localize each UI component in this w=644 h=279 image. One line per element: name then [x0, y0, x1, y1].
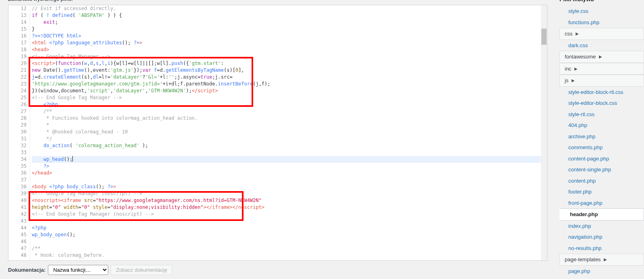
file-item[interactable]: functions.php: [559, 17, 644, 28]
code-line[interactable]: */: [32, 135, 541, 142]
file-item[interactable]: comments.php: [559, 142, 644, 153]
code-line[interactable]: if ( ! defined( 'ABSPATH' ) ) {: [32, 12, 541, 19]
line-number: 37: [8, 177, 30, 183]
code-line[interactable]: ?><!DOCTYPE html>: [32, 33, 541, 40]
line-number: 21: [8, 67, 30, 74]
line-number: 26: [8, 101, 30, 108]
file-item[interactable]: style-editor-block-rtl.css: [559, 87, 644, 98]
code-area[interactable]: // Exit if accessed directly.if ( ! defi…: [30, 5, 541, 260]
documentation-label: Dokumentacja:: [8, 267, 45, 273]
code-line[interactable]: [32, 177, 541, 183]
code-line[interactable]: <!-- End Google Tag Manager (noscript) -…: [32, 211, 541, 218]
code-line[interactable]: * Functions hooked into colormag_action_…: [32, 115, 541, 122]
code-line[interactable]: })(window,document,'script','dataLayer',…: [32, 87, 541, 94]
line-number: 30: [8, 129, 30, 135]
chevron-right-icon: ▶: [576, 31, 579, 36]
code-line[interactable]: </head>: [32, 170, 541, 177]
line-number: 32: [8, 142, 30, 149]
chevron-right-icon: ▶: [599, 54, 602, 59]
code-line[interactable]: j=d.createElement(s),dl=l!='dataLayer'?'…: [32, 74, 541, 81]
code-line[interactable]: new Date().getTime(),event:'gtm.js'});va…: [32, 67, 541, 74]
folder-item[interactable]: fontawesome ▶: [559, 51, 644, 63]
folder-item[interactable]: page-templates ▶: [559, 254, 644, 266]
line-number-gutter: 1213141516171819202122232425262728293031…: [8, 5, 30, 260]
code-line[interactable]: ?>: [32, 163, 541, 170]
code-editor[interactable]: 1213141516171819202122232425262728293031…: [8, 5, 547, 261]
code-line[interactable]: <!-- Google Tag Manager -->: [32, 53, 541, 60]
file-item[interactable]: dark.css: [559, 40, 644, 51]
code-line[interactable]: wp_body_open();: [32, 231, 541, 238]
code-line[interactable]: <body <?php body_class(); ?>>: [32, 183, 541, 190]
code-line[interactable]: exit;: [32, 19, 541, 26]
vertical-scrollbar[interactable]: [541, 5, 547, 260]
view-documentation-button[interactable]: Zobacz dokumentację: [111, 265, 172, 275]
line-number: 31: [8, 135, 30, 142]
code-line[interactable]: <head>: [32, 46, 541, 53]
folder-label: fontawesome: [565, 54, 596, 60]
file-item[interactable]: search.php: [559, 277, 644, 279]
code-line[interactable]: <!-- End Google Tag Manager -->: [32, 94, 541, 101]
code-line[interactable]: /**: [32, 108, 541, 115]
code-line[interactable]: do_action( 'colormag_action_head' );: [32, 142, 541, 149]
code-line[interactable]: <?php: [32, 101, 541, 108]
page-title: Zawartość wybranego pliku:: [8, 0, 547, 3]
file-item[interactable]: index.php: [559, 221, 644, 232]
code-line[interactable]: // Exit if accessed directly.: [32, 5, 541, 12]
code-line[interactable]: /**: [32, 245, 541, 252]
line-number: 25: [8, 94, 30, 101]
line-number: 48: [8, 252, 30, 259]
code-line[interactable]: <!-- Google Tag Manager (noscript) -->: [32, 190, 541, 197]
line-number: 19: [8, 53, 30, 60]
code-line[interactable]: [32, 238, 541, 245]
line-number: 34: [8, 156, 30, 163]
folder-item[interactable]: inc ▶: [559, 63, 644, 75]
line-number: 43: [8, 218, 30, 225]
file-item[interactable]: content-single.php: [559, 164, 644, 175]
line-number: 38: [8, 183, 30, 190]
line-number: 27: [8, 108, 30, 115]
file-item[interactable]: header.php: [559, 208, 644, 221]
file-item[interactable]: no-results.php: [559, 243, 644, 254]
file-item[interactable]: front-page.php: [559, 198, 644, 209]
file-item[interactable]: archive.php: [559, 131, 644, 142]
line-number: 17: [8, 40, 30, 46]
file-item[interactable]: content-page.php: [559, 153, 644, 164]
line-number: 44: [8, 225, 30, 231]
file-item[interactable]: style-rtl.css: [559, 109, 644, 120]
code-line[interactable]: <script>(function(w,d,s,l,i){w[l]=w[l]||…: [32, 60, 541, 67]
file-item[interactable]: navigation.php: [559, 231, 644, 243]
code-line[interactable]: height="0" width="0" style="display:none…: [32, 204, 541, 211]
file-item[interactable]: page.php: [559, 266, 644, 277]
line-number: 18: [8, 46, 30, 53]
line-number: 33: [8, 149, 30, 156]
code-line[interactable]: * @hooked colormag_head - 10: [32, 129, 541, 135]
line-number: 41: [8, 204, 30, 211]
file-item[interactable]: content.php: [559, 175, 644, 187]
code-line[interactable]: <html <?php language_attributes(); ?>>: [32, 40, 541, 46]
file-item[interactable]: style.css: [559, 6, 644, 17]
file-item[interactable]: style-editor-block.css: [559, 98, 644, 109]
code-line[interactable]: <?php: [32, 225, 541, 231]
code-line[interactable]: wp_head();: [32, 156, 541, 163]
code-line[interactable]: <noscript><iframe src="https://www.googl…: [32, 197, 541, 204]
folder-item[interactable]: js ▶: [559, 75, 644, 87]
code-line[interactable]: [32, 149, 541, 156]
code-line[interactable]: * Hook: colormag_before.: [32, 252, 541, 259]
line-number: 45: [8, 231, 30, 238]
line-number: 23: [8, 81, 30, 87]
file-item[interactable]: footer.php: [559, 186, 644, 198]
line-number: 24: [8, 87, 30, 94]
line-number: 28: [8, 115, 30, 122]
code-line[interactable]: [32, 218, 541, 225]
folder-item[interactable]: css ▶: [559, 28, 644, 40]
code-line[interactable]: *: [32, 122, 541, 129]
line-number: 22: [8, 74, 30, 81]
file-item[interactable]: 404.php: [559, 120, 644, 131]
code-line[interactable]: 'https://www.googletagmanager.com/gtm.js…: [32, 81, 541, 87]
line-number: 13: [8, 12, 30, 19]
line-number: 14: [8, 19, 30, 26]
scrollbar-thumb[interactable]: [541, 29, 547, 45]
function-name-select[interactable]: Nazwa funkcji…: [48, 265, 108, 275]
line-number: 42: [8, 211, 30, 218]
code-line[interactable]: }: [32, 26, 541, 33]
